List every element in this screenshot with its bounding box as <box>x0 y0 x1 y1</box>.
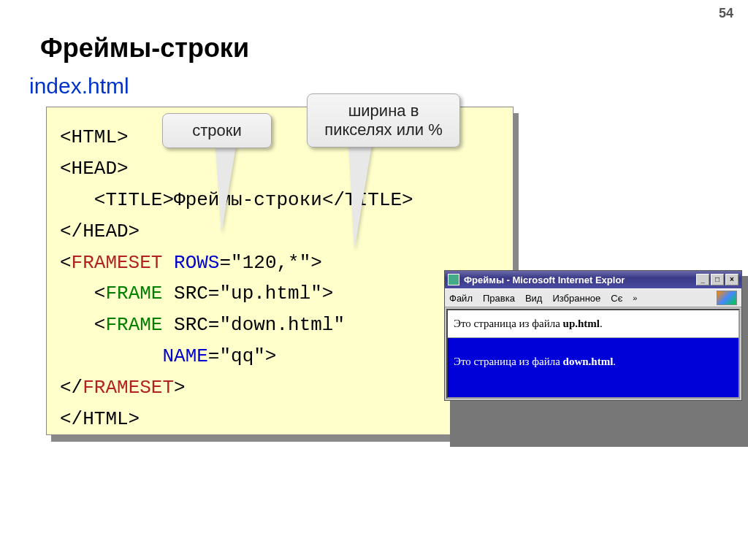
callout-text: ширина в <box>321 101 446 120</box>
code-line <box>60 345 162 367</box>
slide-subtitle: index.html <box>29 74 129 99</box>
code-attr: ROWS <box>174 252 219 274</box>
page-number: 54 <box>719 6 733 21</box>
frame-bottom-text: Это страница из файла <box>454 356 563 367</box>
code-keyword: FRAMESET <box>72 252 163 274</box>
callout-rows: строки <box>162 113 272 148</box>
menu-more[interactable]: Сє <box>611 293 622 304</box>
chevron-icon[interactable]: » <box>633 294 637 302</box>
frame-bottom-text: . <box>613 356 616 367</box>
menubar: Файл Правка Вид Избранное Сє » <box>445 288 741 307</box>
slide-title: Фреймы-строки <box>40 33 249 64</box>
code-line: <TITLE> <box>60 189 174 211</box>
menu-view[interactable]: Вид <box>525 293 543 304</box>
callout-tail <box>348 141 373 250</box>
callout-text: строки <box>192 121 241 139</box>
code-text: > <box>174 377 186 399</box>
code-text: SRC="down.html" <box>162 314 345 336</box>
frame-top-text: . <box>600 318 603 329</box>
code-text: ="qq"> <box>208 345 277 367</box>
code-line: </HEAD> <box>60 220 140 242</box>
maximize-button[interactable]: □ <box>711 274 724 285</box>
code-line: </ <box>60 377 83 399</box>
window-title: Фреймы - Microsoft Internet Explor <box>464 275 696 285</box>
titlebar: Фреймы - Microsoft Internet Explor _ □ × <box>445 271 741 288</box>
frame-bottom: Это страница из файла down.html. <box>448 338 739 397</box>
code-line: </HTML> <box>60 408 140 430</box>
code-attr: NAME <box>162 345 207 367</box>
frame-top: Это страница из файла up.html. <box>448 310 739 338</box>
callout-width: ширина в пикселях или % <box>307 93 460 147</box>
browser-logo-icon <box>717 291 737 305</box>
code-box: <HTML> <HEAD> <TITLE>Фреймы-строки</TITL… <box>46 107 514 435</box>
minimize-button[interactable]: _ <box>696 274 709 285</box>
callout-tail <box>215 146 236 234</box>
frame-top-filename: up.html <box>563 318 600 329</box>
menu-favorites[interactable]: Избранное <box>552 293 600 304</box>
frame-bottom-filename: down.html <box>563 356 614 367</box>
code-line: < <box>60 283 105 304</box>
code-text <box>162 252 174 274</box>
menu-file[interactable]: Файл <box>449 293 473 304</box>
frame-top-text: Это страница из файла <box>454 318 563 329</box>
code-text: SRC="up.html"> <box>162 283 333 304</box>
frame-area: Это страница из файла up.html. Это стран… <box>446 309 740 399</box>
code-keyword: FRAME <box>105 283 162 304</box>
code-line: <HEAD> <box>60 158 129 180</box>
code-text: Фреймы-строки <box>174 189 322 211</box>
callout-text: пикселях или % <box>321 120 446 139</box>
code-keyword: FRAMESET <box>83 377 174 399</box>
menu-edit[interactable]: Правка <box>483 293 515 304</box>
code-line: < <box>60 314 105 336</box>
code-line: <HTML> <box>60 126 129 148</box>
close-button[interactable]: × <box>725 274 739 285</box>
browser-window: Фреймы - Microsoft Internet Explor _ □ ×… <box>444 270 742 401</box>
ie-icon <box>448 274 459 285</box>
code-text: ="120,*"> <box>219 252 321 274</box>
code-keyword: FRAME <box>105 314 162 336</box>
code-line: < <box>60 252 72 274</box>
